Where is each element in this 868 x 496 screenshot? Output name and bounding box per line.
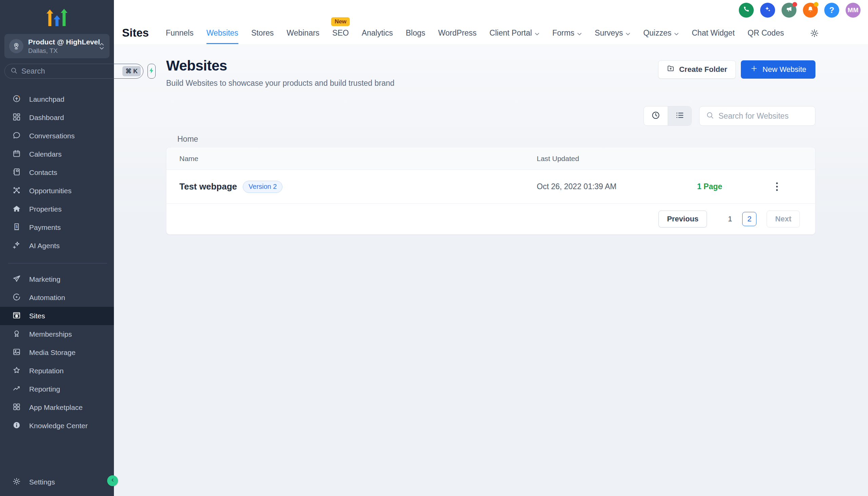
tab-surveys[interactable]: Surveys bbox=[595, 29, 630, 44]
sidebar-item-ai-agents[interactable]: AI Agents bbox=[0, 237, 114, 255]
sidebar-item-knowledge-center[interactable]: Knowledge Center bbox=[0, 417, 114, 435]
tab-seo[interactable]: New SEO bbox=[332, 29, 349, 44]
sidebar-item-label: Opportunities bbox=[29, 187, 72, 195]
sidebar-divider bbox=[8, 263, 107, 263]
reputation-icon bbox=[12, 366, 21, 376]
memberships-icon bbox=[12, 329, 21, 340]
website-name[interactable]: Test webpage bbox=[180, 181, 237, 192]
help-button[interactable]: ? bbox=[824, 3, 839, 18]
sidebar-item-calendars[interactable]: Calendars bbox=[0, 145, 114, 164]
tab-funnels[interactable]: Funnels bbox=[166, 29, 193, 44]
sites-tab-bar: Sites Funnels Websites Stores Webinars N… bbox=[122, 27, 817, 44]
sidebar-item-properties[interactable]: Properties bbox=[0, 200, 114, 218]
sidebar-item-marketing[interactable]: Marketing bbox=[0, 270, 114, 289]
sidebar-item-label: Settings bbox=[29, 478, 55, 486]
location-pin-icon bbox=[9, 39, 24, 53]
view-toggle bbox=[644, 106, 692, 126]
list-view-icon bbox=[675, 110, 685, 121]
sidebar-item-conversations[interactable]: Conversations bbox=[0, 127, 114, 145]
user-avatar[interactable]: MM bbox=[846, 3, 861, 18]
avatar-initials: MM bbox=[848, 6, 859, 14]
phone-button[interactable] bbox=[739, 3, 754, 18]
top-header: ? MM Sites Funnels Websites Stores Webin… bbox=[114, 0, 868, 44]
sidebar-item-payments[interactable]: $ Payments bbox=[0, 218, 114, 237]
ai-assistant-button[interactable] bbox=[760, 3, 775, 18]
previous-page-button[interactable]: Previous bbox=[658, 211, 707, 228]
sidebar-item-reputation[interactable]: Reputation bbox=[0, 362, 114, 380]
account-switcher[interactable]: Product @ HighLevel Dallas, TX bbox=[4, 34, 109, 58]
tab-forms[interactable]: Forms bbox=[552, 29, 582, 44]
main-area: ? MM Sites Funnels Websites Stores Webin… bbox=[114, 0, 868, 496]
announcements-button[interactable] bbox=[781, 3, 796, 18]
tab-websites[interactable]: Websites bbox=[206, 29, 238, 44]
websites-search[interactable] bbox=[699, 106, 816, 126]
sidebar-item-app-marketplace[interactable]: App Marketplace bbox=[0, 398, 114, 417]
list-view-button[interactable] bbox=[668, 106, 691, 125]
app-window: Product @ HighLevel Dallas, TX ⌘ K bbox=[0, 0, 868, 496]
tab-wordpress[interactable]: WordPress bbox=[438, 29, 476, 44]
properties-icon bbox=[12, 204, 21, 215]
sidebar-item-dashboard[interactable]: Dashboard bbox=[0, 108, 114, 127]
sidebar-item-label: Reputation bbox=[29, 367, 64, 375]
tab-analytics[interactable]: Analytics bbox=[362, 29, 393, 44]
tab-blogs[interactable]: Blogs bbox=[406, 29, 425, 44]
websites-table: Name Last Updated Test webpage Version 2… bbox=[166, 147, 816, 235]
conversations-icon bbox=[12, 131, 21, 141]
megaphone-icon bbox=[785, 5, 793, 15]
tab-qr-codes[interactable]: QR Codes bbox=[748, 29, 784, 44]
sites-settings-gear-button[interactable] bbox=[810, 29, 819, 44]
tab-client-portal[interactable]: Client Portal bbox=[490, 29, 540, 44]
page-1-button[interactable]: 1 bbox=[728, 215, 732, 223]
svg-text:$: $ bbox=[16, 224, 18, 228]
next-page-button[interactable]: Next bbox=[766, 211, 800, 228]
row-menu-button[interactable] bbox=[773, 180, 780, 193]
contacts-icon bbox=[12, 168, 21, 178]
sidebar-item-label: Marketing bbox=[29, 275, 60, 283]
help-icon: ? bbox=[830, 5, 834, 15]
sidebar-item-launchpad[interactable]: Launchpad bbox=[0, 90, 114, 108]
sidebar-item-opportunities[interactable]: Opportunities bbox=[0, 182, 114, 200]
tab-webinars[interactable]: Webinars bbox=[286, 29, 320, 44]
sidebar-collapse-button[interactable] bbox=[107, 475, 118, 486]
reporting-icon bbox=[12, 384, 21, 394]
automation-icon bbox=[12, 293, 21, 303]
calendar-icon bbox=[12, 149, 21, 160]
sidebar-item-memberships[interactable]: Memberships bbox=[0, 325, 114, 343]
sidebar-item-sites[interactable]: Sites bbox=[0, 307, 114, 325]
pages-link[interactable]: 1 Page bbox=[697, 182, 722, 191]
sidebar-item-reporting[interactable]: Reporting bbox=[0, 380, 114, 398]
sidebar-item-media-storage[interactable]: Media Storage bbox=[0, 343, 114, 362]
ai-agents-icon bbox=[12, 241, 21, 251]
chevron-down-icon bbox=[625, 29, 630, 37]
sidebar-item-contacts[interactable]: Contacts bbox=[0, 164, 114, 182]
breadcrumb[interactable]: Home bbox=[166, 135, 816, 144]
page-2-button-current[interactable]: 2 bbox=[742, 212, 757, 226]
new-website-button[interactable]: New Website bbox=[741, 60, 816, 79]
sidebar-item-label: Conversations bbox=[29, 132, 75, 140]
tab-chat-widget[interactable]: Chat Widget bbox=[692, 29, 735, 44]
account-location: Dallas, TX bbox=[28, 47, 94, 55]
sidebar-item-automation[interactable]: Automation bbox=[0, 289, 114, 307]
sidebar-item-label: Contacts bbox=[29, 169, 57, 177]
gear-icon bbox=[12, 477, 21, 487]
header-action-icons: ? MM bbox=[739, 3, 861, 18]
sidebar-item-settings[interactable]: Settings bbox=[0, 473, 114, 491]
tab-quizzes[interactable]: Quizzes bbox=[643, 29, 679, 44]
sidebar-item-label: Launchpad bbox=[29, 95, 64, 104]
page-content: Websites Build Websites to showcase your… bbox=[114, 44, 868, 235]
app-marketplace-icon bbox=[12, 402, 21, 413]
create-folder-button[interactable]: Create Folder bbox=[658, 60, 736, 79]
websites-search-input[interactable] bbox=[718, 111, 809, 121]
sidebar-search-input[interactable] bbox=[21, 67, 119, 76]
recent-view-button[interactable] bbox=[644, 106, 668, 125]
bell-icon bbox=[806, 5, 815, 15]
tab-stores[interactable]: Stores bbox=[251, 29, 274, 44]
chevron-up-down-icon bbox=[99, 42, 105, 50]
account-name: Product @ HighLevel bbox=[28, 38, 100, 46]
sidebar-search[interactable]: ⌘ K bbox=[4, 64, 143, 79]
sidebar-item-label: Knowledge Center bbox=[29, 422, 88, 430]
table-row[interactable]: Test webpage Version 2 Oct 26, 2022 01:3… bbox=[167, 170, 815, 204]
quick-actions-button[interactable] bbox=[148, 64, 156, 79]
clock-icon bbox=[651, 110, 661, 121]
notifications-button[interactable] bbox=[803, 3, 818, 18]
